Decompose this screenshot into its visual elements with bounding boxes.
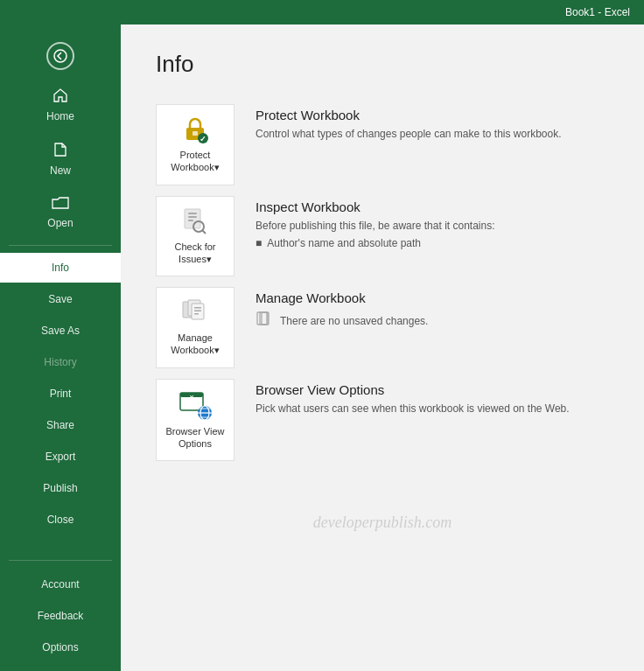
svg-line-10 — [203, 230, 206, 234]
protect-info-text: Protect Workbook Control what types of c… — [256, 104, 609, 145]
manage-icon — [179, 297, 211, 328]
sidebar-item-save-as[interactable]: Save As — [0, 316, 121, 346]
title-bar: Book1 - Excel — [0, 0, 644, 24]
inspect-detail: ■ Author's name and absolute path — [256, 237, 609, 249]
new-icon — [53, 142, 67, 161]
manage-workbook-tile[interactable]: Manage Workbook▾ — [156, 287, 234, 368]
sidebar: Home New Open — [0, 24, 121, 671]
sidebar-export-label: Export — [46, 451, 76, 463]
sidebar-open-label: Open — [47, 217, 73, 229]
manage-tile-label: Manage Workbook▾ — [171, 332, 219, 357]
sidebar-item-home[interactable]: Home — [0, 79, 121, 131]
manage-info-text: Manage Workbook There are no unsaved cha… — [256, 287, 609, 331]
browser-icon: X — [178, 388, 212, 422]
sidebar-item-feedback[interactable]: Feedback — [0, 601, 121, 631]
sidebar-item-publish[interactable]: Publish — [0, 473, 121, 503]
sidebar-item-open[interactable]: Open — [0, 187, 121, 238]
sidebar-new-label: New — [50, 164, 71, 177]
protect-heading: Protect Workbook — [256, 108, 609, 122]
browser-view-section: X Browser View Options Browser View Opti… — [156, 379, 609, 462]
home-icon — [52, 87, 68, 107]
sidebar-save-label: Save — [48, 293, 72, 305]
main-content: Info ✓ Protect Workbook▾ — [121, 24, 644, 671]
sidebar-info-label: Info — [52, 262, 69, 274]
inspect-workbook-tile[interactable]: Check for Issues▾ — [156, 196, 234, 277]
inspect-heading: Inspect Workbook — [256, 199, 609, 214]
inspect-icon — [179, 206, 211, 237]
protect-workbook-tile[interactable]: ✓ Protect Workbook▾ — [156, 104, 234, 185]
sidebar-share-label: Share — [46, 419, 74, 431]
inspect-tile-label: Check for Issues▾ — [174, 241, 215, 266]
sidebar-item-share[interactable]: Share — [0, 410, 121, 440]
sidebar-item-history[interactable]: History — [0, 347, 121, 377]
svg-text:✓: ✓ — [200, 135, 206, 143]
browser-desc: Pick what users can see when this workbo… — [256, 402, 609, 415]
protect-tile-label: Protect Workbook▾ — [171, 149, 219, 174]
svg-rect-8 — [188, 220, 193, 221]
svg-text:X: X — [190, 395, 194, 401]
protect-workbook-section: ✓ Protect Workbook▾ Protect Workbook Con… — [156, 104, 609, 185]
watermark: developerpublish.com — [156, 514, 609, 532]
lock-icon: ✓ — [179, 114, 211, 145]
page-title: Info — [156, 51, 609, 78]
sidebar-divider-bottom — [9, 560, 112, 561]
svg-rect-15 — [194, 311, 201, 312]
protect-desc: Control what types of changes people can… — [256, 128, 609, 140]
back-button[interactable] — [0, 33, 121, 79]
nosave-text: There are no unsaved changes. — [280, 315, 428, 327]
browser-info-text: Browser View Options Pick what users can… — [256, 379, 609, 420]
sidebar-home-label: Home — [46, 110, 74, 122]
svg-rect-14 — [194, 307, 201, 309]
manage-workbook-section: Manage Workbook▾ Manage Workbook There a… — [156, 287, 609, 368]
svg-point-0 — [54, 50, 66, 62]
sidebar-save-as-label: Save As — [41, 325, 80, 337]
sidebar-mid-nav: Info Save Save As History Print Share Ex… — [0, 253, 121, 535]
app-layout: Home New Open — [0, 24, 644, 671]
browser-heading: Browser View Options — [256, 382, 609, 397]
svg-rect-16 — [194, 313, 199, 315]
svg-rect-7 — [188, 216, 197, 218]
manage-nosave: There are no unsaved changes. — [256, 311, 609, 331]
sidebar-item-print[interactable]: Print — [0, 379, 121, 409]
sidebar-item-save[interactable]: Save — [0, 284, 121, 314]
inspect-workbook-section: Check for Issues▾ Inspect Workbook Befor… — [156, 196, 609, 277]
sidebar-account-label: Account — [41, 578, 79, 591]
back-circle-icon — [46, 42, 74, 70]
sidebar-top-nav: Home New Open — [0, 79, 121, 238]
sidebar-options-label: Options — [42, 641, 78, 654]
svg-rect-18 — [260, 312, 267, 325]
sidebar-item-new[interactable]: New — [0, 133, 121, 185]
sidebar-publish-label: Publish — [43, 482, 77, 494]
svg-rect-5 — [185, 209, 200, 228]
title-text: Book1 - Excel — [565, 6, 630, 18]
sidebar-history-label: History — [44, 356, 76, 368]
sidebar-item-info[interactable]: Info — [0, 253, 121, 283]
sidebar-item-close[interactable]: Close — [0, 505, 121, 535]
svg-rect-6 — [188, 213, 197, 214]
nosave-icon — [256, 311, 273, 331]
sidebar-item-account[interactable]: Account — [0, 570, 121, 599]
sidebar-item-export[interactable]: Export — [0, 442, 121, 472]
detail-bullet-icon: ■ — [256, 237, 262, 249]
manage-heading: Manage Workbook — [256, 290, 609, 305]
sidebar-feedback-label: Feedback — [38, 610, 84, 622]
browser-tile-label: Browser View Options — [165, 425, 224, 451]
svg-rect-2 — [192, 131, 198, 136]
sidebar-bottom-nav: Account Feedback Options — [0, 553, 121, 671]
sidebar-print-label: Print — [50, 388, 72, 400]
inspect-info-text: Inspect Workbook Before publishing this … — [256, 196, 609, 249]
svg-rect-17 — [257, 312, 268, 325]
protect-icon-wrap: ✓ — [179, 114, 211, 145]
sidebar-item-options[interactable]: Options — [0, 633, 121, 662]
sidebar-close-label: Close — [47, 514, 74, 526]
inspect-detail-text: Author's name and absolute path — [267, 237, 421, 249]
sidebar-divider-top — [9, 245, 112, 246]
open-icon — [52, 196, 69, 213]
inspect-desc: Before publishing this file, be aware th… — [256, 220, 609, 232]
browser-view-tile[interactable]: X Browser View Options — [156, 379, 234, 462]
